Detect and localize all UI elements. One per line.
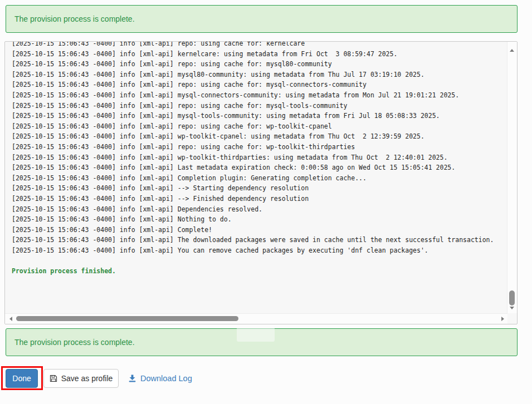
horizontal-scrollbar[interactable] <box>5 313 507 324</box>
floppy-disk-icon <box>50 375 57 382</box>
vertical-scrollbar-thumb[interactable] <box>509 290 515 306</box>
save-as-profile-label: Save as profile <box>61 374 113 383</box>
provision-complete-alert-top: The provision process is complete. <box>6 5 518 33</box>
download-log-label: Download Log <box>140 374 192 383</box>
alert-text: The provision process is complete. <box>14 14 135 23</box>
provision-log-viewer[interactable]: [2025-10-15 15:06:43 -0400] info [xml-ap… <box>4 41 518 324</box>
download-log-link[interactable]: Download Log <box>128 369 192 388</box>
scroll-right-arrow-icon[interactable] <box>501 317 504 321</box>
scroll-left-arrow-icon[interactable] <box>9 317 12 321</box>
done-button[interactable]: Done <box>6 369 38 388</box>
horizontal-scrollbar-thumb[interactable] <box>16 316 238 321</box>
log-finished-message: Provision process finished. <box>12 266 504 277</box>
alert-text: The provision process is complete. <box>14 338 135 347</box>
provision-log-output: [2025-10-15 15:06:43 -0400] info [xml-ap… <box>12 41 504 277</box>
log-blank-line <box>12 255 504 266</box>
scroll-up-arrow-icon[interactable] <box>510 49 514 52</box>
log-lines: [2025-10-15 15:06:43 -0400] info [xml-ap… <box>12 41 504 255</box>
tooltip-fade-artifact <box>237 325 275 342</box>
vertical-scrollbar[interactable] <box>507 42 517 313</box>
download-icon <box>128 375 136 382</box>
save-as-profile-button[interactable]: Save as profile <box>43 369 119 388</box>
scroll-down-arrow-icon[interactable] <box>510 307 514 309</box>
